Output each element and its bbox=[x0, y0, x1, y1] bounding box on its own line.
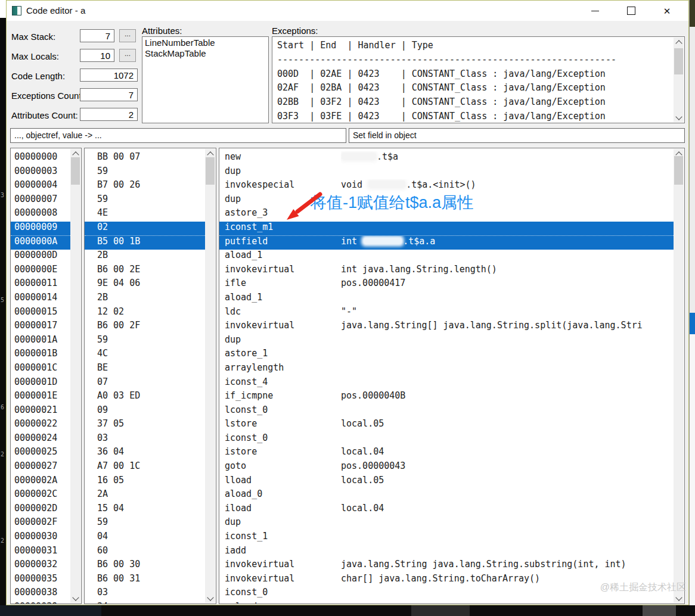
exception-row[interactable]: 02AF | 02BA | 0423 | CONSTANT_Class : ja… bbox=[272, 81, 674, 95]
disassembly-row[interactable]: arraylength bbox=[219, 362, 674, 377]
disassembly-row[interactable]: lloadlocal.05 bbox=[219, 475, 674, 489]
hex-row[interactable]: B6 00 2F bbox=[85, 320, 205, 334]
hex-row[interactable]: B6 00 2E bbox=[85, 264, 205, 278]
offset-row[interactable]: 00000024 bbox=[11, 433, 70, 447]
offset-row[interactable]: 00000000 bbox=[11, 151, 70, 166]
offset-row[interactable]: 0000001D bbox=[11, 377, 70, 391]
disassembly-row[interactable]: iconst_1 bbox=[219, 531, 674, 545]
hex-row[interactable]: 03 bbox=[85, 587, 205, 601]
scroll-down-button[interactable] bbox=[674, 113, 684, 122]
disassembly-row[interactable]: iadd bbox=[219, 545, 674, 559]
scroll-down-button[interactable] bbox=[70, 593, 80, 603]
hex-scrollbar[interactable] bbox=[205, 149, 215, 603]
exceptions-listbox[interactable]: Start | End | Handler | Type------------… bbox=[272, 36, 685, 123]
hex-bytes-list[interactable]: BB 00 0759B7 00 26594E02B5 00 1B2BB6 00 … bbox=[84, 148, 216, 604]
offset-row[interactable]: 0000000E bbox=[11, 264, 70, 278]
max-stack-input[interactable]: 7 bbox=[80, 29, 114, 42]
disassembly-row[interactable]: dup bbox=[219, 334, 674, 349]
scroll-up-button[interactable] bbox=[674, 38, 684, 47]
disassembly-row[interactable]: lstorelocal.05 bbox=[219, 418, 674, 433]
disassembly-row[interactable]: if_icmpnepos.0000040B bbox=[219, 390, 674, 405]
hex-row[interactable]: BB 00 07 bbox=[85, 151, 205, 166]
hex-row[interactable]: 36 04 bbox=[85, 446, 205, 461]
exception-row[interactable]: 03F3 | 03FE | 0423 | CONSTANT_Class : ja… bbox=[272, 110, 674, 123]
offset-row[interactable]: 0000002D bbox=[11, 503, 70, 517]
exceptions-count-input[interactable]: 7 bbox=[80, 88, 138, 101]
exception-row[interactable]: 000D | 02AE | 0423 | CONSTANT_Class : ja… bbox=[272, 67, 674, 82]
exceptions-scrollbar[interactable] bbox=[674, 38, 684, 122]
disassembly-row[interactable]: gotopos.00000043 bbox=[219, 461, 674, 475]
scrollbar-thumb[interactable] bbox=[674, 156, 683, 185]
scrollbar-thumb[interactable] bbox=[674, 48, 683, 74]
offset-row[interactable]: 00000011 bbox=[11, 278, 70, 292]
offset-row[interactable]: 0000000D bbox=[11, 250, 70, 264]
attribute-item[interactable]: StackMapTable bbox=[142, 48, 268, 58]
offset-row[interactable]: 00000022 bbox=[11, 418, 70, 433]
offset-row[interactable]: 00000025 bbox=[11, 446, 70, 461]
hex-row[interactable]: B7 00 26 bbox=[85, 179, 205, 194]
disassembly-row[interactable]: putfieldint .t$a.a bbox=[219, 236, 674, 250]
disassembly-row[interactable]: ldc"-" bbox=[219, 306, 674, 321]
offset-row[interactable]: 00000021 bbox=[11, 405, 70, 419]
offset-row[interactable]: 00000030 bbox=[11, 531, 70, 545]
scroll-down-button[interactable] bbox=[205, 593, 215, 603]
offset-row[interactable]: 00000009 bbox=[11, 222, 70, 236]
hex-row[interactable]: 9E 04 06 bbox=[85, 278, 205, 292]
offset-row[interactable]: 00000003 bbox=[11, 166, 70, 180]
offset-row[interactable]: 0000001E bbox=[11, 390, 70, 405]
hex-row[interactable]: 59 bbox=[85, 517, 205, 531]
attributes-count-input[interactable]: 2 bbox=[80, 108, 138, 121]
hex-row[interactable]: 4C bbox=[85, 348, 205, 362]
offset-row[interactable]: 00000039 bbox=[11, 601, 70, 603]
minimize-button[interactable] bbox=[586, 2, 604, 20]
offset-row[interactable]: 0000001B bbox=[11, 348, 70, 362]
max-stack-browse-button[interactable]: ... bbox=[119, 29, 136, 42]
offset-row[interactable]: 00000015 bbox=[11, 306, 70, 321]
disassembly-row[interactable]: invokevirtualjava.lang.String[] java.lan… bbox=[219, 320, 674, 334]
hex-row[interactable]: 59 bbox=[85, 334, 205, 349]
hex-row[interactable]: 09 bbox=[85, 405, 205, 419]
offset-row[interactable]: 00000032 bbox=[11, 559, 70, 573]
attribute-item[interactable]: LineNumberTable bbox=[142, 37, 268, 48]
scrollbar-thumb[interactable] bbox=[206, 157, 215, 185]
hex-row[interactable]: 4E bbox=[85, 207, 205, 222]
hex-row[interactable]: 2A bbox=[85, 489, 205, 503]
exception-row[interactable]: 02BB | 03F2 | 0423 | CONSTANT_Class : ja… bbox=[272, 95, 674, 110]
disassembly-row[interactable]: iconst_4 bbox=[219, 377, 674, 391]
attributes-listbox[interactable]: LineNumberTableStackMapTable bbox=[142, 36, 269, 123]
hex-row[interactable]: 04 bbox=[85, 531, 205, 545]
hex-row[interactable]: B6 00 30 bbox=[85, 559, 205, 573]
offset-row[interactable]: 00000014 bbox=[11, 292, 70, 306]
disassembly-row[interactable]: astore_1 bbox=[219, 348, 674, 362]
offset-row[interactable]: 00000035 bbox=[11, 573, 70, 587]
disassembly-row[interactable]: aload_1 bbox=[219, 292, 674, 306]
disassembly-row[interactable]: aload_0 bbox=[219, 489, 674, 503]
offset-row[interactable]: 00000017 bbox=[11, 320, 70, 334]
offset-row[interactable]: 00000004 bbox=[11, 179, 70, 194]
offset-row[interactable]: 0000000A bbox=[11, 236, 70, 250]
hex-row[interactable]: 07 bbox=[85, 377, 205, 391]
disassembly-row[interactable]: caload bbox=[219, 601, 674, 603]
hex-row[interactable]: 60 bbox=[85, 545, 205, 559]
hex-row[interactable]: B6 00 31 bbox=[85, 573, 205, 587]
offset-row[interactable]: 0000001A bbox=[11, 334, 70, 349]
offset-row[interactable]: 0000001C bbox=[11, 362, 70, 377]
offset-row[interactable]: 0000002C bbox=[11, 489, 70, 503]
max-locals-browse-button[interactable]: ... bbox=[119, 49, 136, 62]
offsets-scrollbar[interactable] bbox=[70, 149, 80, 603]
offset-row[interactable]: 00000027 bbox=[11, 461, 70, 475]
offset-row[interactable]: 0000002A bbox=[11, 475, 70, 489]
disassembly-row[interactable]: istorelocal.04 bbox=[219, 446, 674, 461]
hex-row[interactable]: 03 bbox=[85, 433, 205, 447]
hex-row[interactable]: 16 05 bbox=[85, 475, 205, 489]
hex-row[interactable]: B5 00 1B bbox=[85, 236, 205, 250]
disassembly-row[interactable]: new.t$a bbox=[219, 151, 674, 166]
max-locals-input[interactable]: 10 bbox=[80, 49, 114, 62]
maximize-button[interactable] bbox=[622, 2, 640, 20]
disassembly-row[interactable]: iflepos.00000417 bbox=[219, 278, 674, 292]
hex-row[interactable]: 02 bbox=[85, 222, 205, 236]
offset-row[interactable]: 00000038 bbox=[11, 587, 70, 601]
disassembly-row[interactable]: iloadlocal.04 bbox=[219, 503, 674, 517]
offset-row[interactable]: 00000008 bbox=[11, 207, 70, 222]
scrollbar-thumb[interactable] bbox=[71, 157, 80, 185]
